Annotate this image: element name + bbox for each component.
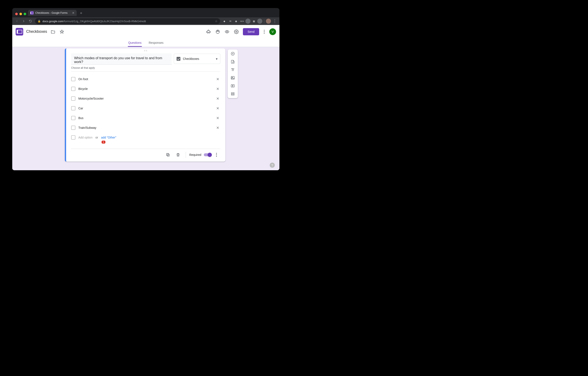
question-type-dropdown[interactable]: Checkboxes ▾: [174, 54, 220, 64]
window-controls: [15, 13, 26, 15]
move-to-folder-button[interactable]: [51, 29, 55, 34]
remove-option-button[interactable]: [215, 77, 220, 82]
new-tab-button[interactable]: ＋: [79, 10, 83, 15]
add-question-button[interactable]: [230, 51, 235, 56]
add-other-button[interactable]: add "Other": [101, 136, 116, 139]
option-row: Bus: [71, 113, 220, 123]
add-image-button[interactable]: [230, 75, 235, 80]
tab-title: Checkboxes - Google Forms: [35, 11, 68, 14]
checkbox-icon: [71, 96, 75, 101]
question-title-input[interactable]: [71, 53, 172, 65]
star-button[interactable]: [59, 29, 64, 34]
option-label[interactable]: Motorcycle/Scooter: [78, 97, 212, 100]
extension-icon[interactable]: ◉: [234, 19, 239, 24]
account-avatar[interactable]: V: [269, 28, 276, 35]
extensions-row: ◆ ✉ ◉ NEW ▦: [222, 18, 278, 24]
option-label[interactable]: Train/Subway: [78, 126, 212, 129]
minimize-window-button[interactable]: [20, 13, 22, 15]
browser-tab[interactable]: Checkboxes - Google Forms ✕: [28, 10, 77, 16]
svg-rect-13: [231, 94, 234, 95]
profile-avatar[interactable]: [266, 19, 271, 24]
maximize-window-button[interactable]: [24, 13, 26, 15]
url-domain: docs.google.com: [42, 20, 63, 23]
help-button[interactable]: ?: [270, 163, 275, 168]
page-viewport: Checkboxes Send: [12, 25, 279, 170]
delete-button[interactable]: [174, 151, 182, 159]
header-actions: Send V: [206, 28, 276, 35]
option-row: Train/Subway: [71, 123, 220, 133]
tab-responses[interactable]: Responses: [148, 39, 164, 46]
divider: [186, 152, 186, 158]
customize-theme-button[interactable]: [215, 29, 220, 34]
forms-favicon-icon: [30, 11, 34, 15]
checkbox-icon: [71, 135, 75, 140]
form-tabs: Questions Responses: [12, 38, 279, 47]
checkbox-icon: [71, 126, 75, 130]
drag-handle-icon[interactable]: ⠿⠿: [66, 48, 225, 53]
option-row: Motorcycle/Scooter: [71, 94, 220, 103]
form-title[interactable]: Checkboxes: [26, 29, 47, 34]
checkbox-icon: [71, 116, 75, 120]
option-label[interactable]: On foot: [78, 77, 212, 81]
browser-menu-button[interactable]: [272, 18, 278, 24]
notification-badge: 5: [102, 141, 105, 144]
forms-header: Checkboxes Send: [12, 25, 279, 38]
bookmark-star-icon[interactable]: ☆: [215, 20, 218, 23]
url-path: /forms/d/1zg_OKgkfiAQa4tdt0QbJoJK23asHqt…: [63, 20, 146, 23]
settings-button[interactable]: [234, 29, 239, 34]
checkbox-type-icon: [177, 57, 180, 61]
preview-button[interactable]: [224, 29, 230, 34]
remove-option-button[interactable]: [215, 115, 220, 121]
import-questions-button[interactable]: [230, 59, 235, 64]
remove-option-button[interactable]: [215, 125, 220, 130]
add-option-row: Add option or add "Other" 5: [66, 133, 225, 142]
side-toolbar: [228, 49, 238, 98]
question-type-label: Checkboxes: [183, 57, 213, 60]
tab-questions[interactable]: Questions: [128, 39, 142, 46]
option-label[interactable]: Bicycle: [78, 87, 212, 90]
question-description[interactable]: Choose all that apply: [66, 65, 225, 71]
back-button[interactable]: [14, 18, 20, 24]
svg-point-4: [227, 31, 228, 32]
question-card[interactable]: ⠿⠿ Checkboxes ▾ Choose all that apply On…: [65, 48, 225, 162]
extension-icon[interactable]: [257, 19, 262, 24]
add-title-button[interactable]: [230, 67, 235, 72]
option-row: Car: [71, 103, 220, 113]
options-list: On foot Bicycle Motorcycle/Scooter: [66, 72, 225, 133]
extension-icon[interactable]: NEW: [240, 19, 245, 24]
reload-button[interactable]: [27, 18, 33, 24]
more-menu-button[interactable]: [263, 29, 265, 34]
extension-icon[interactable]: [245, 19, 251, 24]
option-label[interactable]: Car: [78, 107, 212, 110]
address-bar[interactable]: 🔒 docs.google.com/forms/d/1zg_OKgkfiAQa4…: [35, 18, 220, 24]
add-option-input[interactable]: Add option: [78, 136, 93, 139]
svg-rect-12: [231, 93, 234, 93]
dropdown-arrow-icon: ▾: [216, 57, 218, 61]
svg-point-1: [217, 31, 217, 32]
remove-option-button[interactable]: [215, 96, 220, 101]
required-toggle[interactable]: [204, 153, 211, 156]
close-window-button[interactable]: [15, 13, 18, 15]
add-section-button[interactable]: [230, 91, 235, 96]
send-button[interactable]: Send: [243, 28, 259, 35]
extension-icon[interactable]: ◆: [222, 19, 227, 24]
svg-rect-6: [167, 154, 169, 156]
svg-point-3: [218, 31, 219, 32]
add-video-button[interactable]: [230, 83, 235, 88]
google-forms-logo-icon[interactable]: [16, 28, 23, 35]
forward-button[interactable]: [21, 18, 27, 24]
checkbox-icon: [71, 106, 75, 111]
checkbox-icon: [71, 77, 75, 81]
extension-icon[interactable]: ▦: [251, 19, 256, 24]
required-label: Required: [189, 153, 201, 156]
duplicate-button[interactable]: [164, 151, 172, 159]
close-tab-button[interactable]: ✕: [72, 11, 74, 15]
addons-button[interactable]: [206, 29, 211, 34]
separator: [264, 19, 264, 23]
question-more-menu[interactable]: [215, 152, 218, 157]
remove-option-button[interactable]: [215, 86, 220, 91]
remove-option-button[interactable]: [215, 106, 220, 111]
extension-icon[interactable]: ✉: [228, 19, 233, 24]
form-canvas: ⠿⠿ Checkboxes ▾ Choose all that apply On…: [12, 47, 279, 170]
option-label[interactable]: Bus: [78, 116, 212, 120]
